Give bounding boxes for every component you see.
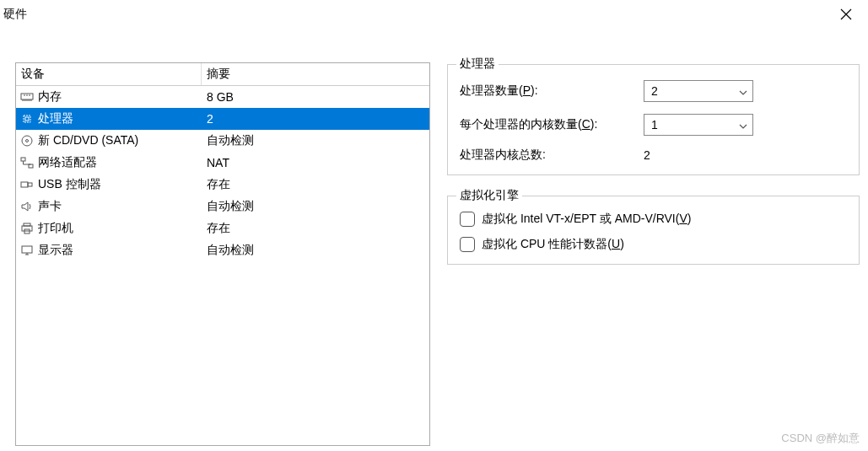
virtualization-group-title: 虚拟化引擎 xyxy=(456,188,522,203)
settings-panel: 处理器 处理器数量(P): 2 每个处理器的内核数量(C): 1 xyxy=(447,62,860,446)
cpu-icon xyxy=(19,112,35,126)
cores-per-processor-value: 1 xyxy=(651,118,658,132)
disc-icon xyxy=(19,134,35,148)
close-icon xyxy=(840,8,852,20)
virt-vt-x-label: 虚拟化 Intel VT-x/EPT 或 AMD-V/RVI(V) xyxy=(482,212,691,227)
hardware-row-display[interactable]: 显示器自动检测 xyxy=(16,239,429,261)
svg-rect-8 xyxy=(28,183,32,186)
close-button[interactable] xyxy=(833,4,860,24)
processor-count-select[interactable]: 2 xyxy=(644,80,753,102)
checkbox-icon xyxy=(460,237,475,252)
svg-rect-6 xyxy=(29,164,33,168)
cores-per-processor-label: 每个处理器的内核数量(C): xyxy=(460,117,644,132)
header-device[interactable]: 设备 xyxy=(16,63,202,85)
svg-rect-7 xyxy=(21,182,28,187)
processor-group: 处理器 处理器数量(P): 2 每个处理器的内核数量(C): 1 xyxy=(447,64,860,175)
hardware-row-name: 新 CD/DVD (SATA) xyxy=(38,133,138,148)
usb-icon xyxy=(19,178,35,191)
hardware-row-name: 打印机 xyxy=(38,221,73,236)
hardware-row-summary: 存在 xyxy=(202,177,429,192)
total-cores-value: 2 xyxy=(644,148,650,162)
checkbox-icon xyxy=(460,212,475,227)
virt-vt-x-row[interactable]: 虚拟化 Intel VT-x/EPT 或 AMD-V/RVI(V) xyxy=(460,212,847,227)
header-summary[interactable]: 摘要 xyxy=(202,63,429,85)
hardware-list: 设备 摘要 内存8 GB处理器2新 CD/DVD (SATA)自动检测网络适配器… xyxy=(15,62,430,446)
hardware-row-name: 声卡 xyxy=(38,199,62,214)
svg-rect-0 xyxy=(21,94,33,99)
network-icon xyxy=(19,156,35,169)
hardware-row-sound[interactable]: 声卡自动检测 xyxy=(16,196,429,217)
hardware-list-header: 设备 摘要 xyxy=(16,63,429,86)
hardware-row-name: 处理器 xyxy=(38,111,73,126)
hardware-row-disc[interactable]: 新 CD/DVD (SATA)自动检测 xyxy=(16,130,429,152)
hardware-row-name: 显示器 xyxy=(38,243,73,258)
sound-icon xyxy=(19,200,35,213)
hardware-row-summary: 自动检测 xyxy=(202,133,429,148)
display-icon xyxy=(19,244,35,257)
hardware-row-summary: NAT xyxy=(202,156,429,169)
virt-cpu-counters-row[interactable]: 虚拟化 CPU 性能计数器(U) xyxy=(460,237,847,252)
processor-group-title: 处理器 xyxy=(456,56,499,72)
hardware-row-network[interactable]: 网络适配器NAT xyxy=(16,152,429,174)
svg-point-4 xyxy=(26,140,29,142)
processor-count-value: 2 xyxy=(651,84,658,98)
svg-rect-10 xyxy=(22,226,32,231)
hardware-row-name: 网络适配器 xyxy=(38,155,97,170)
svg-rect-5 xyxy=(21,158,25,161)
window-title: 硬件 xyxy=(3,7,27,22)
hardware-row-summary: 8 GB xyxy=(202,90,429,104)
svg-rect-12 xyxy=(22,246,32,253)
hardware-row-name: 内存 xyxy=(38,89,62,105)
hardware-row-printer[interactable]: 打印机存在 xyxy=(16,217,429,239)
memory-icon xyxy=(19,90,35,104)
hardware-row-summary: 2 xyxy=(202,112,429,126)
virtualization-group: 虚拟化引擎 虚拟化 Intel VT-x/EPT 或 AMD-V/RVI(V) … xyxy=(447,196,860,265)
printer-icon xyxy=(19,222,35,235)
processor-count-label: 处理器数量(P): xyxy=(460,83,644,99)
titlebar: 硬件 xyxy=(0,0,868,29)
watermark: CSDN @醉如意 xyxy=(781,431,860,446)
svg-point-3 xyxy=(22,136,32,146)
chevron-down-icon xyxy=(739,118,747,132)
hardware-row-summary: 存在 xyxy=(202,221,429,236)
hardware-row-cpu[interactable]: 处理器2 xyxy=(16,108,429,130)
virt-cpu-counters-label: 虚拟化 CPU 性能计数器(U) xyxy=(482,237,624,252)
svg-rect-2 xyxy=(25,117,29,121)
hardware-row-summary: 自动检测 xyxy=(202,199,429,214)
total-cores-label: 处理器内核总数: xyxy=(460,148,644,163)
cores-per-processor-select[interactable]: 1 xyxy=(644,114,753,136)
hardware-row-name: USB 控制器 xyxy=(38,177,101,192)
chevron-down-icon xyxy=(739,84,747,98)
svg-rect-1 xyxy=(24,115,30,122)
hardware-row-summary: 自动检测 xyxy=(202,243,429,258)
hardware-row-memory[interactable]: 内存8 GB xyxy=(16,86,429,108)
hardware-row-usb[interactable]: USB 控制器存在 xyxy=(16,174,429,196)
